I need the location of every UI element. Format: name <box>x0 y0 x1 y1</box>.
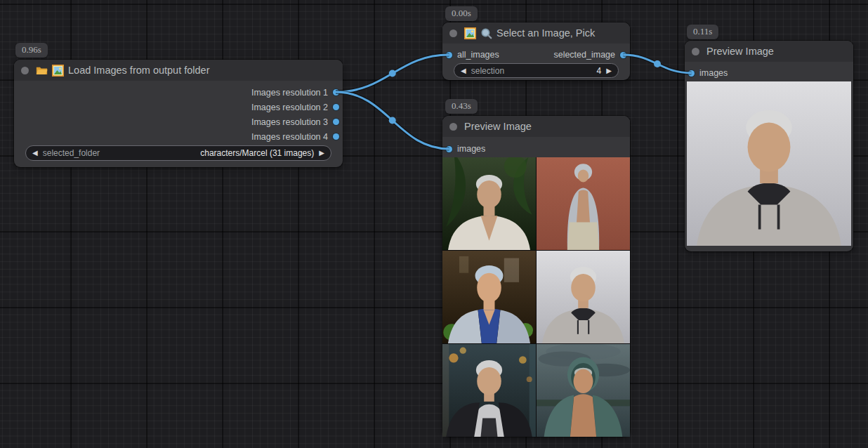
output-port-selected-image[interactable]: selected_image <box>553 48 630 62</box>
execution-time-badge: 0.11s <box>687 25 718 39</box>
selected-folder-widget[interactable]: ◀ selected_folder characters/Marcel (31 … <box>25 145 331 161</box>
input-port-dot[interactable] <box>446 146 452 152</box>
node-load-images[interactable]: Load Images from output folder Images re… <box>14 60 343 167</box>
output-port-label: selected_image <box>553 50 615 60</box>
output-port-images-resolution-2[interactable]: Images resolution 2 <box>14 100 343 114</box>
widget-label: selection <box>471 66 504 76</box>
input-port-images[interactable]: images <box>442 142 630 156</box>
input-port-label: images <box>457 144 485 154</box>
output-port-dot[interactable] <box>620 52 626 58</box>
node-titlebar[interactable]: Preview Image <box>685 41 853 62</box>
input-port-label: all_images <box>457 50 499 60</box>
widget-prev-arrow[interactable]: ◀ <box>32 150 38 157</box>
output-port-label: Images resolution 3 <box>251 117 328 127</box>
node-title: Select an Image, Pick <box>497 27 595 39</box>
node-preview-image-grid[interactable]: Preview Image images <box>442 116 630 437</box>
output-port-dot[interactable] <box>333 119 339 125</box>
output-port-label: Images resolution 4 <box>251 132 328 142</box>
preview-image[interactable] <box>537 251 630 343</box>
widget-prev-arrow[interactable]: ◀ <box>461 67 466 74</box>
node-titlebar[interactable]: Preview Image <box>442 116 630 137</box>
preview-image[interactable] <box>442 344 536 437</box>
node-graph-canvas[interactable]: 0.96s 0.00s 0.43s 0.11s Load Images from… <box>0 0 868 448</box>
widget-value: characters/Marcel (31 images) <box>200 148 314 158</box>
collapse-dot[interactable] <box>449 123 457 131</box>
preview-image[interactable] <box>687 81 851 246</box>
collapse-dot[interactable] <box>21 67 29 74</box>
preview-image[interactable] <box>537 157 630 250</box>
output-port-label: Images resolution 2 <box>251 103 328 112</box>
framed-picture-icon <box>464 27 476 39</box>
output-port-images-resolution-1[interactable]: Images resolution 1 <box>14 85 343 100</box>
node-preview-image-single[interactable]: Preview Image images <box>685 41 853 251</box>
widget-next-arrow[interactable]: ▶ <box>319 150 324 157</box>
input-port-label: images <box>699 68 728 78</box>
preview-image[interactable] <box>537 344 630 437</box>
input-port-images[interactable]: images <box>685 66 853 80</box>
input-port-dot[interactable] <box>688 70 695 77</box>
execution-time-badge: 0.96s <box>15 43 48 58</box>
widget-next-arrow[interactable]: ▶ <box>606 67 612 74</box>
input-port-dot[interactable] <box>446 52 452 58</box>
open-folder-icon <box>36 65 48 77</box>
preview-image[interactable] <box>442 251 536 343</box>
collapse-dot[interactable] <box>449 29 457 37</box>
node-title: Load Images from output folder <box>68 65 210 76</box>
framed-picture-icon <box>52 65 64 77</box>
widget-label: selected_folder <box>43 148 100 158</box>
output-port-dot[interactable] <box>333 133 339 140</box>
preview-image[interactable] <box>442 157 536 250</box>
execution-time-badge: 0.00s <box>445 6 478 21</box>
magnifier-icon <box>480 27 492 39</box>
output-port-dot[interactable] <box>333 104 339 110</box>
execution-time-badge: 0.43s <box>445 99 478 114</box>
widget-value: 4 <box>597 66 602 76</box>
selection-widget[interactable]: ◀ selection 4 ▶ <box>454 63 619 78</box>
input-port-all-images[interactable]: all_images <box>442 48 499 62</box>
output-port-images-resolution-3[interactable]: Images resolution 3 <box>14 114 343 129</box>
node-titlebar[interactable]: Load Images from output folder <box>14 60 343 81</box>
node-title: Preview Image <box>464 121 532 132</box>
output-port-label: Images resolution 1 <box>251 88 328 98</box>
output-port-images-resolution-4[interactable]: Images resolution 4 <box>14 129 343 144</box>
node-title: Preview Image <box>706 46 774 57</box>
output-port-dot[interactable] <box>333 89 339 95</box>
node-select-image[interactable]: Select an Image, Pick all_images selecte… <box>442 22 630 80</box>
collapse-dot[interactable] <box>692 48 699 55</box>
node-titlebar[interactable]: Select an Image, Pick <box>442 22 630 44</box>
